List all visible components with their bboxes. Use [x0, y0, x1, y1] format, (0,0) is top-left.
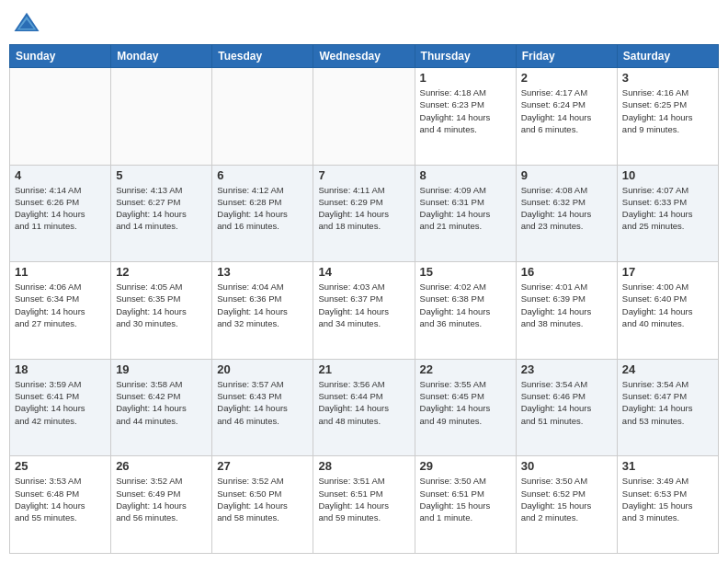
- day-info: Sunrise: 4:07 AM Sunset: 6:33 PM Dayligh…: [622, 184, 713, 233]
- day-number: 4: [15, 168, 106, 182]
- day-number: 20: [217, 362, 308, 376]
- day-info: Sunrise: 3:59 AM Sunset: 6:41 PM Dayligh…: [15, 378, 106, 427]
- calendar-cell: 17Sunrise: 4:00 AM Sunset: 6:40 PM Dayli…: [617, 262, 718, 360]
- day-info: Sunrise: 3:50 AM Sunset: 6:52 PM Dayligh…: [521, 475, 612, 523]
- day-number: 26: [116, 459, 207, 473]
- day-number: 12: [116, 265, 207, 279]
- calendar-cell: 16Sunrise: 4:01 AM Sunset: 6:39 PM Dayli…: [516, 262, 617, 360]
- day-info: Sunrise: 4:17 AM Sunset: 6:24 PM Dayligh…: [521, 86, 612, 135]
- calendar-cell: [10, 68, 111, 166]
- day-number: 17: [622, 265, 713, 279]
- day-number: 6: [217, 168, 308, 182]
- calendar-cell: 8Sunrise: 4:09 AM Sunset: 6:31 PM Daylig…: [415, 165, 516, 262]
- day-number: 29: [420, 459, 511, 473]
- calendar-cell: 21Sunrise: 3:56 AM Sunset: 6:44 PM Dayli…: [313, 359, 415, 456]
- day-number: 1: [420, 71, 511, 85]
- day-header-tuesday: Tuesday: [212, 45, 313, 68]
- day-info: Sunrise: 4:06 AM Sunset: 6:34 PM Dayligh…: [15, 281, 106, 329]
- day-info: Sunrise: 4:04 AM Sunset: 6:36 PM Dayligh…: [217, 281, 308, 329]
- day-info: Sunrise: 3:54 AM Sunset: 6:47 PM Dayligh…: [622, 378, 713, 427]
- day-number: 30: [521, 459, 612, 473]
- calendar-week-2: 4Sunrise: 4:14 AM Sunset: 6:26 PM Daylig…: [10, 165, 719, 262]
- day-info: Sunrise: 4:16 AM Sunset: 6:25 PM Dayligh…: [622, 86, 713, 135]
- day-number: 8: [420, 168, 511, 182]
- day-number: 10: [622, 168, 713, 182]
- calendar-cell: 27Sunrise: 3:52 AM Sunset: 6:50 PM Dayli…: [212, 456, 313, 554]
- day-number: 11: [15, 265, 106, 279]
- calendar-cell: 9Sunrise: 4:08 AM Sunset: 6:32 PM Daylig…: [516, 165, 617, 262]
- day-header-monday: Monday: [111, 45, 212, 68]
- day-number: 13: [217, 265, 308, 279]
- day-info: Sunrise: 4:01 AM Sunset: 6:39 PM Dayligh…: [521, 281, 612, 329]
- calendar-cell: 14Sunrise: 4:03 AM Sunset: 6:37 PM Dayli…: [313, 262, 415, 360]
- calendar-cell: 19Sunrise: 3:58 AM Sunset: 6:42 PM Dayli…: [111, 359, 212, 456]
- calendar-cell: 1Sunrise: 4:18 AM Sunset: 6:23 PM Daylig…: [415, 68, 516, 166]
- calendar-cell: 12Sunrise: 4:05 AM Sunset: 6:35 PM Dayli…: [111, 262, 212, 360]
- day-number: 5: [116, 168, 207, 182]
- calendar-cell: 3Sunrise: 4:16 AM Sunset: 6:25 PM Daylig…: [617, 68, 718, 166]
- day-info: Sunrise: 4:08 AM Sunset: 6:32 PM Dayligh…: [521, 184, 612, 233]
- day-info: Sunrise: 4:00 AM Sunset: 6:40 PM Dayligh…: [622, 281, 713, 329]
- day-info: Sunrise: 3:52 AM Sunset: 6:50 PM Dayligh…: [217, 475, 308, 523]
- calendar-cell: 13Sunrise: 4:04 AM Sunset: 6:36 PM Dayli…: [212, 262, 313, 360]
- day-info: Sunrise: 3:53 AM Sunset: 6:48 PM Dayligh…: [15, 475, 106, 523]
- day-info: Sunrise: 4:02 AM Sunset: 6:38 PM Dayligh…: [420, 281, 511, 329]
- day-number: 7: [318, 168, 409, 182]
- day-info: Sunrise: 3:49 AM Sunset: 6:53 PM Dayligh…: [622, 475, 713, 523]
- day-info: Sunrise: 3:55 AM Sunset: 6:45 PM Dayligh…: [420, 378, 511, 427]
- day-number: 27: [217, 459, 308, 473]
- calendar-cell: 29Sunrise: 3:50 AM Sunset: 6:51 PM Dayli…: [415, 456, 516, 554]
- day-info: Sunrise: 3:52 AM Sunset: 6:49 PM Dayligh…: [116, 475, 207, 523]
- day-info: Sunrise: 4:12 AM Sunset: 6:28 PM Dayligh…: [217, 184, 308, 233]
- day-header-friday: Friday: [516, 45, 617, 68]
- calendar-cell: 10Sunrise: 4:07 AM Sunset: 6:33 PM Dayli…: [617, 165, 718, 262]
- calendar-cell: 15Sunrise: 4:02 AM Sunset: 6:38 PM Dayli…: [415, 262, 516, 360]
- calendar-cell: 2Sunrise: 4:17 AM Sunset: 6:24 PM Daylig…: [516, 68, 617, 166]
- calendar-table: SundayMondayTuesdayWednesdayThursdayFrid…: [9, 44, 719, 554]
- calendar-cell: 20Sunrise: 3:57 AM Sunset: 6:43 PM Dayli…: [212, 359, 313, 456]
- calendar-cell: [111, 68, 212, 166]
- day-number: 18: [15, 362, 106, 376]
- day-header-saturday: Saturday: [617, 45, 718, 68]
- day-number: 3: [622, 71, 713, 85]
- day-info: Sunrise: 4:11 AM Sunset: 6:29 PM Dayligh…: [318, 184, 409, 233]
- day-number: 9: [521, 168, 612, 182]
- day-info: Sunrise: 4:03 AM Sunset: 6:37 PM Dayligh…: [318, 281, 409, 329]
- page: SundayMondayTuesdayWednesdayThursdayFrid…: [0, 0, 728, 563]
- day-number: 31: [622, 459, 713, 473]
- logo-icon: [13, 9, 40, 37]
- calendar-week-3: 11Sunrise: 4:06 AM Sunset: 6:34 PM Dayli…: [10, 262, 719, 360]
- day-info: Sunrise: 4:18 AM Sunset: 6:23 PM Dayligh…: [420, 86, 511, 135]
- day-header-wednesday: Wednesday: [313, 45, 415, 68]
- header: [9, 9, 719, 37]
- day-info: Sunrise: 3:50 AM Sunset: 6:51 PM Dayligh…: [420, 475, 511, 523]
- calendar-cell: 28Sunrise: 3:51 AM Sunset: 6:51 PM Dayli…: [313, 456, 415, 554]
- calendar-week-5: 25Sunrise: 3:53 AM Sunset: 6:48 PM Dayli…: [10, 456, 719, 554]
- calendar-cell: [313, 68, 415, 166]
- day-info: Sunrise: 3:58 AM Sunset: 6:42 PM Dayligh…: [116, 378, 207, 427]
- calendar-cell: 30Sunrise: 3:50 AM Sunset: 6:52 PM Dayli…: [516, 456, 617, 554]
- calendar-cell: 23Sunrise: 3:54 AM Sunset: 6:46 PM Dayli…: [516, 359, 617, 456]
- calendar-cell: 25Sunrise: 3:53 AM Sunset: 6:48 PM Dayli…: [10, 456, 111, 554]
- day-info: Sunrise: 4:13 AM Sunset: 6:27 PM Dayligh…: [116, 184, 207, 233]
- day-info: Sunrise: 3:56 AM Sunset: 6:44 PM Dayligh…: [318, 378, 409, 427]
- calendar-week-1: 1Sunrise: 4:18 AM Sunset: 6:23 PM Daylig…: [10, 68, 719, 166]
- calendar-cell: 18Sunrise: 3:59 AM Sunset: 6:41 PM Dayli…: [10, 359, 111, 456]
- day-number: 22: [420, 362, 511, 376]
- day-number: 24: [622, 362, 713, 376]
- calendar-cell: 22Sunrise: 3:55 AM Sunset: 6:45 PM Dayli…: [415, 359, 516, 456]
- calendar-cell: [212, 68, 313, 166]
- day-number: 25: [15, 459, 106, 473]
- calendar-cell: 4Sunrise: 4:14 AM Sunset: 6:26 PM Daylig…: [10, 165, 111, 262]
- day-info: Sunrise: 4:09 AM Sunset: 6:31 PM Dayligh…: [420, 184, 511, 233]
- calendar-week-4: 18Sunrise: 3:59 AM Sunset: 6:41 PM Dayli…: [10, 359, 719, 456]
- calendar-cell: 31Sunrise: 3:49 AM Sunset: 6:53 PM Dayli…: [617, 456, 718, 554]
- day-info: Sunrise: 4:05 AM Sunset: 6:35 PM Dayligh…: [116, 281, 207, 329]
- day-header-thursday: Thursday: [415, 45, 516, 68]
- calendar-cell: 7Sunrise: 4:11 AM Sunset: 6:29 PM Daylig…: [313, 165, 415, 262]
- calendar-cell: 5Sunrise: 4:13 AM Sunset: 6:27 PM Daylig…: [111, 165, 212, 262]
- logo: [13, 9, 44, 37]
- day-number: 15: [420, 265, 511, 279]
- day-header-sunday: Sunday: [10, 45, 111, 68]
- day-number: 16: [521, 265, 612, 279]
